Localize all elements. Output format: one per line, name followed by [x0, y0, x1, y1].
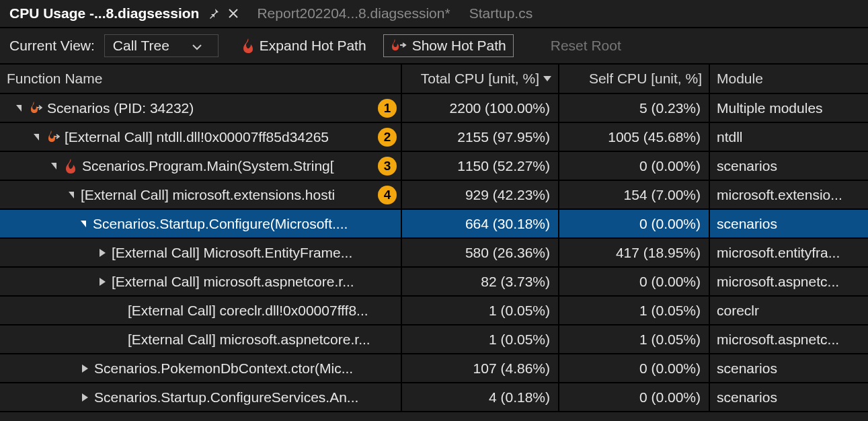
flame-red-icon	[63, 159, 78, 174]
table-row[interactable]: Scenarios.Startup.ConfigureServices.An..…	[0, 383, 868, 412]
flame-icon	[242, 38, 254, 53]
cell-self-cpu: 0 (0.00%)	[559, 354, 710, 382]
tab-label: Report202204...8.diagsession*	[257, 5, 450, 22]
tree-expander[interactable]	[97, 276, 108, 287]
cell-function-name: Scenarios.Program.Main(System.String[3	[0, 152, 402, 180]
call-tree-body: Scenarios (PID: 34232)12200 (100.00%)5 (…	[0, 94, 868, 412]
table-row[interactable]: [External Call] microsoft.aspnetcore.r..…	[0, 326, 868, 354]
function-name-text: [External Call] microsoft.aspnetcore.r..…	[128, 332, 370, 348]
tree-expander[interactable]	[113, 334, 124, 345]
tree-expander[interactable]	[48, 161, 59, 171]
flame-hot-icon	[28, 102, 43, 115]
cell-self-cpu: 0 (0.00%)	[559, 383, 710, 411]
cell-self-cpu: 417 (18.95%)	[559, 239, 710, 266]
column-module[interactable]: Module	[710, 65, 868, 93]
function-name-text: [External Call] microsoft.aspnetcore.r..…	[112, 274, 354, 290]
cell-module: microsoft.aspnetc...	[710, 326, 868, 353]
expand-hot-path-label: Expand Hot Path	[260, 38, 366, 54]
expand-hot-path-button[interactable]: Expand Hot Path	[235, 34, 374, 57]
tree-expander[interactable]	[78, 219, 89, 229]
function-name-text: [External Call] coreclr.dll!0x00007fff8.…	[128, 303, 368, 319]
cell-total-cpu: 929 (42.23%)	[402, 181, 559, 208]
cell-function-name: [External Call] microsoft.extensions.hos…	[0, 181, 402, 208]
tree-expander[interactable]	[79, 363, 90, 374]
cell-self-cpu: 1 (0.05%)	[559, 297, 710, 324]
tab-strip: CPU Usage -...8.diagsession Report202204…	[0, 0, 868, 28]
table-row[interactable]: [External Call] ntdll.dll!0x00007ff85d34…	[0, 123, 868, 152]
column-self-cpu[interactable]: Self CPU [unit, %]	[559, 65, 710, 93]
flame-hot-icon	[46, 130, 61, 144]
tree-expander[interactable]	[66, 190, 77, 200]
cell-module: scenarios	[710, 152, 868, 180]
function-name-text: Scenarios.Startup.Configure(Microsoft...…	[93, 216, 348, 232]
cell-total-cpu: 1 (0.05%)	[402, 297, 559, 324]
cell-function-name: Scenarios.Startup.ConfigureServices.An..…	[0, 383, 402, 411]
reset-root-button[interactable]: Reset Root	[543, 34, 629, 57]
table-row[interactable]: Scenarios.Program.Main(System.String[311…	[0, 152, 868, 181]
cell-total-cpu: 2200 (100.00%)	[402, 94, 559, 122]
cell-total-cpu: 1 (0.05%)	[402, 326, 559, 353]
sort-desc-icon	[543, 76, 551, 81]
tree-expander[interactable]	[31, 132, 42, 143]
tab-startup[interactable]: Startup.cs	[460, 0, 543, 27]
function-name-text: Scenarios (PID: 34232)	[47, 100, 194, 116]
cell-self-cpu: 154 (7.00%)	[559, 181, 710, 208]
close-icon[interactable]	[229, 9, 238, 18]
column-total-cpu[interactable]: Total CPU [unit, %]	[402, 65, 559, 93]
cell-self-cpu: 0 (0.00%)	[559, 268, 710, 295]
view-select[interactable]: Call Tree	[104, 34, 219, 57]
reset-root-label: Reset Root	[551, 38, 621, 54]
cell-total-cpu: 107 (4.86%)	[402, 354, 559, 382]
flame-arrow-icon	[391, 39, 407, 52]
column-function-name[interactable]: Function Name	[0, 65, 402, 93]
callout-badge: 3	[378, 157, 397, 176]
cell-module: scenarios	[710, 210, 868, 237]
tab-label: CPU Usage -...8.diagsession	[9, 5, 199, 22]
table-row[interactable]: [External Call] microsoft.aspnetcore.r..…	[0, 268, 868, 297]
show-hot-path-button[interactable]: Show Hot Path	[383, 34, 514, 57]
table-row[interactable]: [External Call] coreclr.dll!0x00007fff8.…	[0, 297, 868, 326]
cell-module: coreclr	[710, 297, 868, 324]
callout-badge: 1	[378, 99, 397, 118]
cell-total-cpu: 580 (26.36%)	[402, 239, 559, 266]
cell-module: microsoft.aspnetc...	[710, 268, 868, 295]
function-name-text: [External Call] microsoft.extensions.hos…	[81, 187, 335, 203]
table-row[interactable]: Scenarios.Startup.Configure(Microsoft...…	[0, 210, 868, 239]
cell-function-name: [External Call] ntdll.dll!0x00007ff85d34…	[0, 123, 402, 151]
table-row[interactable]: Scenarios.PokemonDbContext.ctor(Mic...10…	[0, 354, 868, 383]
function-name-text: Scenarios.Program.Main(System.String[	[82, 158, 334, 174]
cell-function-name: [External Call] microsoft.aspnetcore.r..…	[0, 268, 402, 295]
cell-self-cpu: 5 (0.23%)	[559, 94, 710, 122]
cell-self-cpu: 1005 (45.68%)	[559, 123, 710, 151]
table-row[interactable]: [External Call] microsoft.extensions.hos…	[0, 181, 868, 210]
cell-function-name: [External Call] Microsoft.EntityFrame...	[0, 239, 402, 266]
cell-module: Multiple modules	[710, 94, 868, 122]
cell-module: microsoft.entityfra...	[710, 239, 868, 266]
pin-icon[interactable]	[208, 8, 219, 19]
tree-expander[interactable]	[113, 305, 124, 316]
tree-expander[interactable]	[13, 103, 24, 114]
cell-total-cpu: 2155 (97.95%)	[402, 123, 559, 151]
cell-function-name: Scenarios.PokemonDbContext.ctor(Mic...	[0, 354, 402, 382]
tree-expander[interactable]	[97, 247, 108, 258]
cell-function-name: [External Call] coreclr.dll!0x00007fff8.…	[0, 297, 402, 324]
table-row[interactable]: [External Call] Microsoft.EntityFrame...…	[0, 239, 868, 268]
cell-module: scenarios	[710, 354, 868, 382]
tree-expander[interactable]	[79, 392, 90, 403]
chevron-down-icon	[192, 38, 202, 54]
function-name-text: Scenarios.PokemonDbContext.ctor(Mic...	[94, 360, 353, 377]
table-header: Function Name Total CPU [unit, %] Self C…	[0, 65, 868, 94]
table-row[interactable]: Scenarios (PID: 34232)12200 (100.00%)5 (…	[0, 94, 868, 123]
cell-module: microsoft.extensio...	[710, 181, 868, 208]
cell-self-cpu: 0 (0.00%)	[559, 210, 710, 237]
tab-report[interactable]: Report202204...8.diagsession*	[247, 0, 459, 27]
show-hot-path-label: Show Hot Path	[412, 38, 506, 54]
cell-total-cpu: 4 (0.18%)	[402, 383, 559, 411]
tab-label: Startup.cs	[469, 5, 533, 22]
function-name-text: Scenarios.Startup.ConfigureServices.An..…	[94, 389, 358, 406]
cell-function-name: Scenarios (PID: 34232)1	[0, 94, 402, 122]
cell-self-cpu: 1 (0.05%)	[559, 326, 710, 353]
function-name-text: [External Call] ntdll.dll!0x00007ff85d34…	[65, 129, 329, 145]
tab-cpu-usage[interactable]: CPU Usage -...8.diagsession	[0, 0, 247, 27]
current-view-label: Current View:	[9, 38, 95, 54]
